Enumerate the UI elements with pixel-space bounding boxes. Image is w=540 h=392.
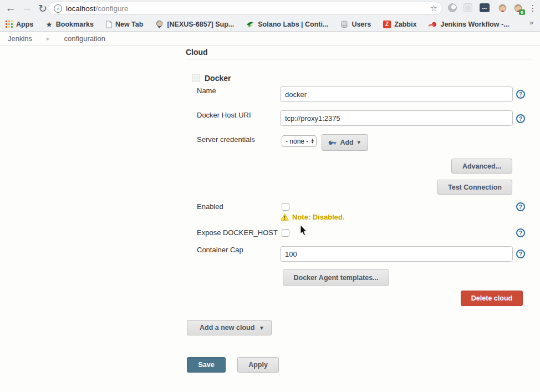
url-host: localhost — [66, 4, 95, 13]
bookmark-label: Jenkins Workflow -... — [440, 21, 509, 28]
docker-agent-templates-button[interactable]: Docker Agent templates... — [283, 269, 389, 286]
bookmark-label: Solano Labs | Conti... — [258, 21, 328, 28]
enabled-label: Enabled — [197, 202, 223, 211]
bookmark-label: New Tab — [115, 21, 143, 28]
docker-host-uri-input[interactable] — [280, 110, 513, 126]
chevron-right-icon: ▸ — [47, 35, 50, 42]
help-icon-name[interactable]: ? — [516, 90, 525, 99]
select-arrows-icon: ▲▼ — [311, 139, 314, 144]
jenkins-monitor-extension-icon[interactable]: 0 — [512, 2, 524, 14]
extension-gear-icon[interactable] — [462, 2, 474, 14]
jenkins-butler-icon — [155, 20, 164, 28]
disabled-note: Note: Disabled. — [281, 213, 345, 221]
bookmarks-bar: Apps ★ Bookmarks New Tab [NEXUS-6857] Su… — [0, 17, 540, 31]
disabled-note-text: Note: Disabled. — [292, 213, 345, 221]
help-icon-host-uri[interactable]: ? — [516, 114, 525, 123]
cloud-section-title: Cloud — [186, 48, 208, 57]
forward-icon[interactable]: → — [20, 1, 34, 16]
save-button[interactable]: Save — [187, 357, 226, 373]
jenkins-extension-icon[interactable] — [496, 2, 508, 14]
breadcrumb: Jenkins ▸ configuration — [0, 32, 540, 45]
help-icon-expose[interactable]: ? — [516, 228, 525, 237]
warning-icon — [281, 213, 289, 221]
star-icon: ★ — [45, 21, 53, 28]
container-cap-label: Container Cap — [197, 246, 243, 254]
add-new-cloud-label: Add a new cloud — [200, 324, 254, 332]
extension-password-icon[interactable]: ••• — [478, 2, 491, 14]
bookmark-bookmarks[interactable]: ★ Bookmarks — [45, 21, 94, 28]
bookmark-star-icon[interactable]: ☆ — [430, 3, 437, 13]
key-icon — [328, 139, 337, 146]
docker-cloud-title: Docker — [205, 74, 231, 83]
bookmark-label: Bookmarks — [56, 21, 94, 28]
bookmark-nexus[interactable]: [NEXUS-6857] Sup... — [155, 20, 234, 28]
url-text: localhost/configure — [66, 4, 129, 13]
mouse-cursor — [300, 225, 308, 236]
expose-docker-host-checkbox[interactable] — [282, 229, 289, 237]
breadcrumb-jenkins[interactable]: Jenkins — [8, 34, 32, 43]
add-credentials-button[interactable]: Add ▼ — [322, 134, 368, 151]
bookmark-new-tab[interactable]: New Tab — [106, 21, 143, 28]
enabled-checkbox[interactable] — [282, 203, 289, 211]
bookmark-jenkins-workflow[interactable]: Jenkins Workflow -... — [429, 21, 509, 28]
server-credentials-label: Server credentials — [197, 135, 255, 144]
solano-leaf-icon — [246, 20, 254, 28]
bookmark-label: Zabbix — [394, 21, 416, 28]
browser-menu-icon[interactable]: ⋮ — [527, 1, 538, 16]
page-info-icon[interactable]: i — [54, 4, 62, 13]
bookmark-apps[interactable]: Apps — [6, 21, 33, 28]
bookmarks-overflow-chevron[interactable]: » — [529, 19, 533, 27]
help-icon-enabled[interactable]: ? — [516, 202, 525, 211]
bookmark-label: Apps — [16, 21, 33, 28]
credentials-select[interactable]: - none - ▲▼ — [282, 135, 317, 147]
credentials-selected-value: - none - — [286, 138, 308, 145]
zabbix-icon: Z — [383, 21, 391, 28]
delete-cloud-button[interactable]: Delete cloud — [461, 291, 523, 306]
expose-docker-host-label: Expose DOCKER_HOST — [197, 228, 278, 237]
back-icon[interactable]: ← — [3, 1, 18, 16]
bookmark-solano[interactable]: Solano Labs | Conti... — [246, 20, 328, 28]
breadcrumb-configuration[interactable]: configuration — [64, 34, 105, 43]
bookmark-users[interactable]: Users — [340, 21, 371, 28]
caret-down-icon: ▼ — [356, 140, 361, 145]
jenkins-butler-icon — [498, 3, 507, 13]
browser-chrome: ← → ↻ i localhost/configure ☆ ••• 0 ⋮ — [0, 0, 540, 32]
name-input[interactable] — [280, 86, 513, 102]
apply-button[interactable]: Apply — [237, 357, 279, 373]
add-button-label: Add — [340, 139, 353, 146]
section-divider — [186, 59, 531, 59]
help-icon-container-cap[interactable]: ? — [516, 250, 525, 258]
url-path: /configure — [95, 4, 128, 13]
bookmark-label: Users — [351, 21, 371, 28]
container-cap-input[interactable] — [280, 246, 513, 262]
page-icon — [106, 21, 112, 28]
docker-host-uri-label: Docker Host URI — [197, 111, 251, 119]
extension-badge: 0 — [519, 9, 525, 15]
caret-down-icon: ▼ — [259, 325, 264, 331]
name-label: Name — [197, 86, 216, 95]
add-new-cloud-button[interactable]: Add a new cloud ▼ — [187, 320, 272, 335]
drag-handle-icon[interactable] — [192, 74, 200, 82]
bookmark-label: [NEXUS-6857] Sup... — [167, 21, 234, 28]
advanced-button[interactable]: Advanced... — [451, 159, 512, 174]
extension-swirl-icon[interactable] — [446, 2, 459, 14]
address-bar[interactable]: i localhost/configure ☆ — [48, 2, 442, 15]
apps-grid-icon — [6, 21, 13, 28]
jenkins-configure-screen: ← → ↻ i localhost/configure ☆ ••• 0 ⋮ — [0, 0, 540, 392]
jenkins-workflow-icon — [429, 21, 437, 28]
bookmark-zabbix[interactable]: Z Zabbix — [383, 21, 416, 28]
database-icon — [340, 21, 348, 28]
test-connection-button[interactable]: Test Connection — [437, 180, 512, 195]
